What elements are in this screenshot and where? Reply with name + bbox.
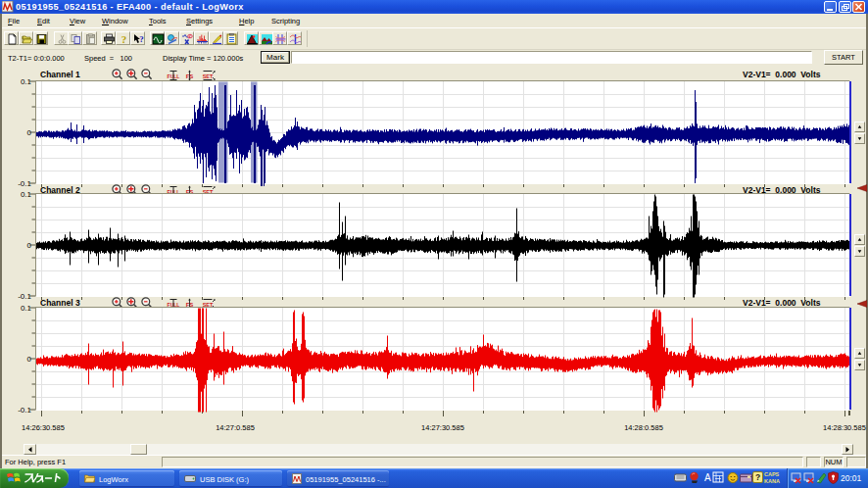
svg-text:?: ? [755,472,760,482]
